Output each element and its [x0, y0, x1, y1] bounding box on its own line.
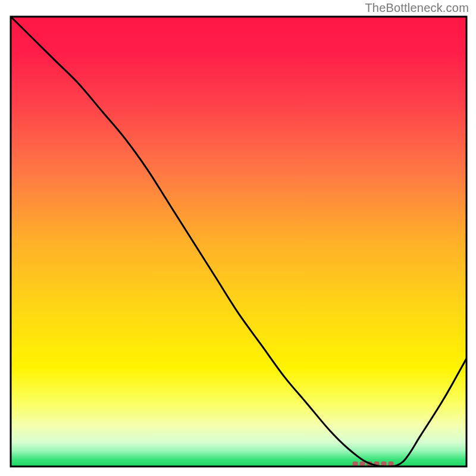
bottleneck-chart [0, 0, 476, 476]
svg-rect-1 [353, 462, 358, 466]
chart-container: TheBottleneck.com [0, 0, 476, 476]
svg-rect-2 [360, 462, 365, 466]
svg-rect-5 [381, 462, 387, 466]
